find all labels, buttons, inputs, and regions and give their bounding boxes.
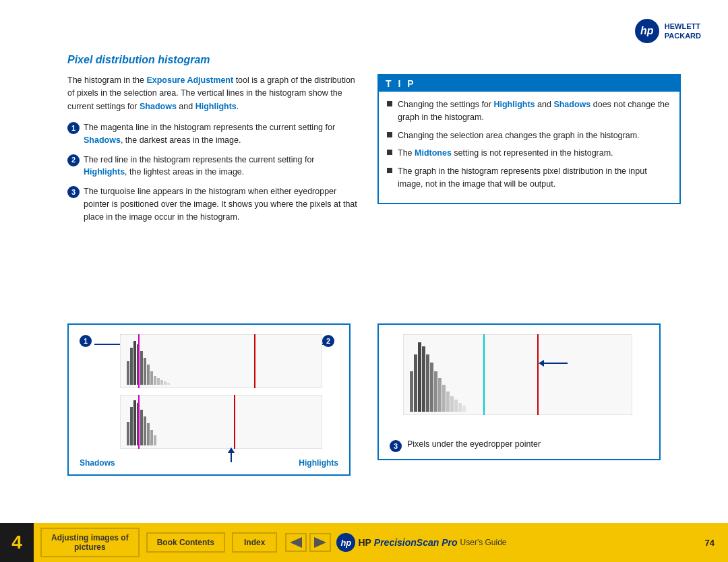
hp-brand-text: HEWLETT PACKARD [665,22,701,41]
shadows-tip: Shadows [553,100,590,109]
nav-bar: 4 Adjusting images of pictures Book Cont… [0,523,728,562]
svg-rect-2 [130,348,133,385]
svg-rect-19 [133,400,136,445]
exposure-adjustment-link: Exposure Adjustment [146,75,233,85]
hist-num-3: 3 [390,440,402,452]
highlights-link-intro: Highlights [195,102,237,111]
arrow-right-to-cyan [539,360,568,367]
svg-rect-37 [442,385,446,412]
histogram-svg-bottom [120,395,322,449]
num-circle-3: 3 [67,186,80,198]
svg-rect-9 [154,376,156,385]
numbered-item-1: 1 The magenta line in the histogram repr… [67,121,357,147]
tip-text-3: The Midtones setting is not represented … [398,147,613,160]
page-title: Pixel distribution histogram [67,54,210,66]
tip-text-1: Changing the settings for Highlights and… [398,98,671,124]
svg-rect-39 [450,396,454,412]
svg-rect-22 [144,416,146,445]
svg-rect-24 [150,430,153,445]
svg-rect-25 [154,435,156,445]
nav-arrows [285,533,331,552]
shadows-label: Shadows [80,458,115,468]
eyedropper-text: Pixels under the eyedropper pointer [407,439,541,449]
nav-hp-text: HP [358,537,371,548]
tip-item-4: The graph in the histogram represents pi… [387,165,671,191]
nav-guide-text: User's Guide [460,538,507,547]
svg-rect-32 [422,346,425,412]
hist-num-2: 2 [322,335,334,347]
svg-rect-33 [426,354,429,412]
tip-header: T I P [379,75,679,92]
svg-rect-35 [434,371,437,412]
svg-rect-1 [127,361,129,385]
svg-rect-41 [458,403,462,412]
svg-rect-34 [430,363,433,412]
tip-content: Changing the settings for Highlights and… [379,92,679,203]
shadows-link-intro: Shadows [140,102,177,111]
svg-marker-45 [290,537,302,548]
svg-rect-38 [446,392,450,412]
item-3-text: The turquoise line appears in the histog… [84,185,357,223]
histogram-diagram-right: 3 Pixels under the eyedropper pointer [377,323,661,460]
nav-back-button[interactable] [285,533,307,552]
hp-logo: hp HEWLETT PACKARD [635,19,701,43]
svg-marker-46 [314,537,326,548]
svg-rect-18 [130,407,133,445]
tip-bullet-2 [387,132,392,137]
svg-rect-40 [454,400,458,412]
hp-icon-text: hp [640,25,654,37]
svg-rect-11 [160,380,163,385]
tip-box: T I P Changing the settings for Highligh… [377,74,681,204]
histogram-diagram-left: 1 2 [67,323,351,476]
nav-book-contents-button[interactable]: Book Contents [146,532,225,553]
eyedropper-caption: 3 Pixels under the eyedropper pointer [390,439,648,452]
item-2-text: The red line in the histogram represents… [84,154,357,179]
num-circle-2: 2 [67,154,80,166]
svg-rect-5 [140,351,143,385]
tip-item-2: Changing the selection area changes the … [387,129,671,142]
nav-product-name: PrecisionScan Pro [374,537,458,548]
svg-rect-17 [127,422,129,445]
item-1-text: The magenta line in the histogram repres… [84,121,357,147]
tip-item-1: Changing the settings for Highlights and… [387,98,671,124]
nav-index-button[interactable]: Index [232,532,277,553]
highlights-link-2: Highlights [84,167,125,177]
nav-forward-button[interactable] [309,533,331,552]
svg-rect-6 [144,358,146,385]
hp-circle-icon: hp [635,19,659,43]
tip-bullet-1 [387,101,392,106]
svg-rect-3 [133,341,136,385]
nav-page-number: 74 [705,538,715,548]
svg-rect-36 [438,378,442,412]
svg-rect-8 [150,371,153,385]
tip-text-4: The graph in the histogram represents pi… [398,165,671,191]
numbered-item-2: 2 The red line in the histogram represen… [67,154,357,179]
highlights-label: Highlights [299,458,338,468]
hist-num-1: 1 [80,335,92,347]
svg-rect-10 [157,378,160,385]
svg-rect-13 [167,383,170,385]
tip-bullet-4 [387,168,392,173]
tip-bullet-3 [387,150,392,155]
svg-rect-23 [147,423,150,445]
shadows-link-1: Shadows [84,135,121,145]
hist-labels: Shadows Highlights [80,458,338,468]
left-column: The histogram in the Exposure Adjustment… [67,74,357,230]
svg-rect-12 [164,381,166,385]
svg-rect-30 [414,354,417,412]
arrow-up-bottom [228,447,235,462]
nav-brand: hp HP PrecisionScan Pro User's Guide [336,533,506,552]
svg-rect-7 [147,365,150,385]
tip-text-2: Changing the selection area changes the … [398,129,640,142]
nav-chapter-num: 4 [0,523,34,562]
svg-rect-21 [140,410,143,445]
svg-rect-31 [418,342,421,412]
highlights-tip: Highlights [493,100,535,109]
right-column: T I P Changing the settings for Highligh… [377,74,681,215]
nav-hp-icon: hp [336,533,355,552]
svg-rect-29 [410,371,413,412]
histogram-svg-right [403,334,632,415]
svg-rect-42 [462,406,466,412]
nav-section-button[interactable]: Adjusting images of pictures [40,528,140,557]
intro-paragraph: The histogram in the Exposure Adjustment… [67,74,357,113]
